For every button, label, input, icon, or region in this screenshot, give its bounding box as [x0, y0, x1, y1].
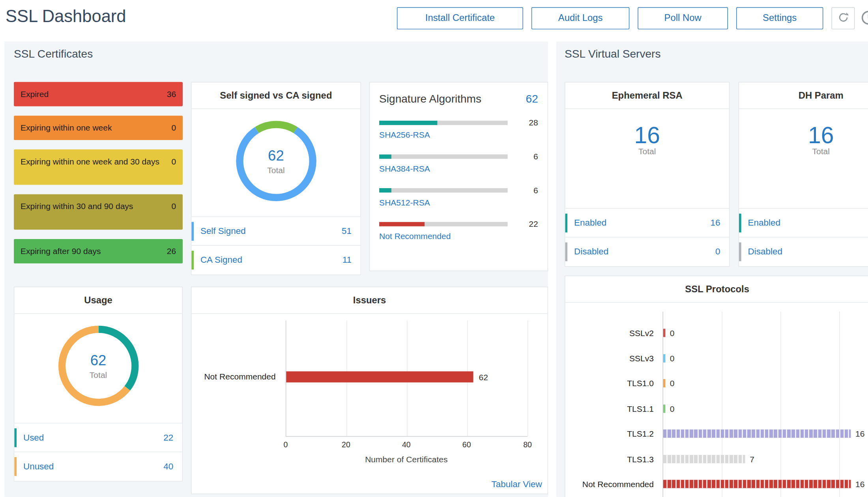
donut-center: 62 Total [232, 117, 320, 205]
self-signed-legend: Self Signed 51 CA Signed 11 [191, 217, 360, 275]
sig-row-sha384: 6 SHA384-RSA [379, 151, 538, 174]
bar-value: 16 [855, 429, 864, 439]
expiry-row-week-to-30[interactable]: Expiring within one week and 30 days 0 [14, 149, 183, 185]
expiry-row-expired[interactable]: Expired 36 [14, 82, 183, 106]
protocol-label: TLS1.0 [565, 371, 663, 396]
total-count: 62 [268, 147, 284, 164]
tabular-view-link[interactable]: Tabular View [491, 479, 542, 489]
bar-value: 22 [508, 219, 538, 229]
card-title: Issuers [191, 287, 547, 314]
expiry-value: 0 [171, 155, 176, 167]
legend-accent [14, 428, 17, 447]
ssl-protocols-bars: 0 0 0 0 16 [663, 320, 868, 497]
screenshot-viewport: SSL Dashboard Install Certificate Audit … [0, 0, 868, 497]
expiry-label: Expiring within one week [21, 122, 167, 133]
legend-label: Disabled [574, 247, 608, 257]
clock-icon [860, 9, 868, 28]
legend-value: 22 [163, 432, 173, 442]
legend-row-enabled[interactable]: Enabled [739, 208, 868, 237]
clock-button[interactable] [860, 9, 868, 29]
card-title: Self signed vs CA signed [191, 82, 360, 109]
total-label: Total [565, 147, 729, 156]
refresh-button[interactable] [831, 7, 855, 29]
protocol-bar [663, 480, 851, 488]
total-label: Total [739, 147, 868, 156]
audit-logs-button[interactable]: Audit Logs [531, 7, 629, 29]
x-tick: 40 [402, 440, 411, 448]
usage-card: Usage 62 Total Used 22 Unused 40 [14, 287, 183, 482]
protocol-row: 0 [663, 396, 868, 421]
card-title: Usage [14, 287, 182, 314]
legend-label: Self Signed [200, 226, 246, 236]
ephemeral-rsa-card: Ephemeral RSA 16 Total Enabled 16 Disabl… [565, 82, 730, 267]
sig-algo-link[interactable]: SHA256-RSA [379, 130, 430, 140]
legend-row-ca-signed[interactable]: CA Signed 11 [191, 245, 360, 275]
protocol-row: 0 [663, 371, 868, 396]
protocol-row: 0 [663, 346, 868, 371]
issuers-bar-chart: 62 [286, 320, 528, 437]
poll-now-button[interactable]: Poll Now [638, 7, 728, 29]
install-certificate-button[interactable]: Install Certificate [397, 7, 523, 29]
legend-label: Used [23, 432, 44, 442]
bar-fill [379, 188, 391, 192]
bar-track [379, 222, 508, 226]
ssl-virtual-servers-section-title: SSL Virtual Servers [565, 48, 660, 60]
signature-algorithms-header: Signature Algorithms 62 [379, 92, 538, 105]
usage-legend: Used 22 Unused 40 [14, 423, 182, 481]
sig-algo-link[interactable]: Not Recommended [379, 231, 451, 241]
protocol-bar [663, 404, 666, 413]
legend-row-disabled[interactable]: Disabled [739, 237, 868, 266]
protocol-label: SSLv2 [565, 320, 663, 346]
legend-accent [191, 222, 194, 241]
legend-label: Enabled [574, 218, 606, 228]
expiry-value: 36 [167, 88, 176, 99]
bar-value: 62 [479, 372, 488, 382]
protocol-row: 0 [663, 320, 868, 346]
bar-value: 0 [670, 328, 675, 338]
total-count: 62 [90, 352, 107, 369]
self-signed-donut-chart: 62 Total [232, 117, 320, 205]
legend-row-unused[interactable]: Unused 40 [14, 452, 182, 481]
x-tick: 60 [462, 440, 471, 448]
card-title: Ephemeral RSA [565, 82, 729, 109]
bar-value: 0 [670, 379, 675, 388]
legend-accent [739, 243, 741, 262]
dh-param-card: DH Param 16 Total Enabled Disabled [739, 82, 868, 267]
expiry-label: Expiring within 30 and 90 days [21, 200, 167, 212]
bar-track [379, 154, 508, 159]
legend-row-used[interactable]: Used 22 [14, 423, 182, 452]
bar-value: 0 [670, 404, 675, 413]
bar-value: 6 [508, 151, 538, 161]
protocol-bar [663, 455, 745, 463]
bar-value: 16 [855, 479, 864, 489]
total-count: 16 [565, 123, 729, 148]
legend-row-self-signed[interactable]: Self Signed 51 [191, 217, 360, 245]
expiry-row-after-90[interactable]: Expiring after 90 days 26 [14, 239, 183, 263]
sig-algo-link[interactable]: SHA384-RSA [379, 164, 430, 173]
expiry-row-30-to-90[interactable]: Expiring within 30 and 90 days 0 [14, 194, 183, 230]
settings-button[interactable]: Settings [736, 7, 823, 29]
refresh-icon [837, 11, 849, 26]
sig-algo-link[interactable]: SHA512-RSA [379, 198, 430, 207]
bar-track [379, 120, 508, 125]
legend-label: Disabled [748, 247, 782, 257]
expiry-value: 26 [167, 245, 176, 257]
total-label: Total [90, 370, 107, 380]
legend-accent [14, 457, 17, 476]
protocol-label: TLS1.2 [565, 421, 663, 447]
legend-accent [191, 251, 194, 270]
protocol-row: 16 [663, 471, 868, 497]
protocol-label: TLS1.1 [565, 396, 663, 421]
bar-value: 28 [508, 118, 538, 127]
legend-row-enabled[interactable]: Enabled 16 [565, 208, 729, 237]
legend-row-disabled[interactable]: Disabled 0 [565, 237, 729, 266]
bar-value: 6 [508, 185, 538, 195]
ssl-protocols-card: SSL Protocols SSLv2 SSLv3 TLS1.0 TLS1.1 … [565, 276, 868, 497]
legend-value: 40 [163, 462, 173, 471]
x-tick: 80 [523, 440, 532, 448]
protocol-row: 16 [663, 421, 868, 447]
protocol-bar [663, 379, 666, 387]
expiry-row-one-week[interactable]: Expiring within one week 0 [14, 116, 183, 140]
legend-value: 51 [342, 226, 352, 236]
ssl-certificates-section-title: SSL Certificates [14, 48, 93, 60]
